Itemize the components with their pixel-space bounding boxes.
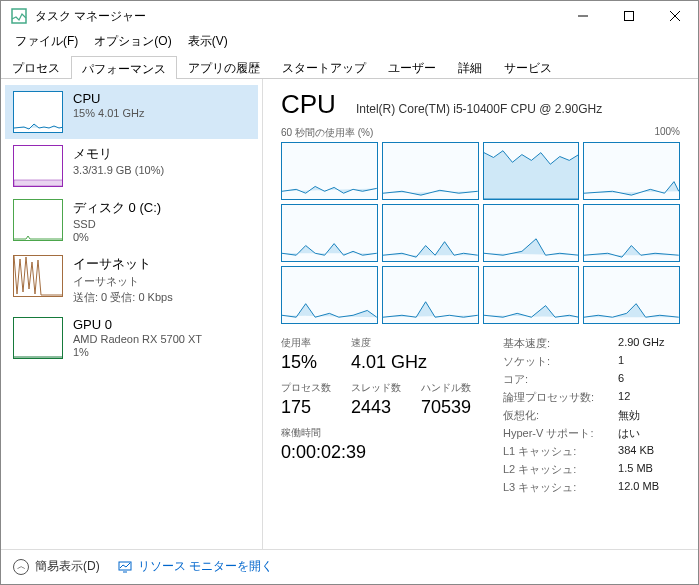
disk-minigraph (13, 199, 63, 241)
l2-label: L2 キャッシュ: (503, 462, 594, 477)
hnd-label: ハンドル数 (421, 381, 473, 395)
tab-performance[interactable]: パフォーマンス (71, 56, 177, 79)
core-graph (583, 142, 680, 200)
hnd-value: 70539 (421, 397, 473, 418)
base-speed-value: 2.90 GHz (618, 336, 664, 351)
titlebar: タスク マネージャー (1, 1, 698, 31)
speed-value: 4.01 GHz (351, 352, 427, 373)
gpu-sub2: 1% (73, 346, 202, 358)
util-value: 15% (281, 352, 333, 373)
resource-monitor-link[interactable]: リソース モニターを開く (118, 558, 273, 575)
disk-title: ディスク 0 (C:) (73, 199, 161, 217)
menu-options[interactable]: オプション(O) (86, 31, 179, 53)
base-speed-label: 基本速度: (503, 336, 594, 351)
close-button[interactable] (652, 1, 698, 31)
cpu-minigraph (13, 91, 63, 133)
fewer-details-button[interactable]: ︿ 簡易表示(D) (13, 558, 100, 575)
hyperv-label: Hyper-V サポート: (503, 426, 594, 441)
l2-value: 1.5 MB (618, 462, 664, 477)
net-sub1: イーサネット (73, 274, 173, 289)
gpu-minigraph (13, 317, 63, 359)
monitor-icon (118, 560, 132, 574)
core-graph (483, 142, 580, 200)
menu-view[interactable]: 表示(V) (180, 31, 236, 53)
sidebar-item-memory[interactable]: メモリ3.3/31.9 GB (10%) (5, 139, 258, 193)
cpu-model: Intel(R) Core(TM) i5-10400F CPU @ 2.90GH… (356, 102, 602, 116)
footer: ︿ 簡易表示(D) リソース モニターを開く (1, 549, 698, 583)
tab-details[interactable]: 詳細 (447, 55, 493, 78)
disk-sub2: 0% (73, 231, 161, 243)
chevron-up-icon: ︿ (13, 559, 29, 575)
sidebar-item-disk[interactable]: ディスク 0 (C:)SSD0% (5, 193, 258, 249)
sidebar-item-cpu[interactable]: CPU15% 4.01 GHz (5, 85, 258, 139)
cores-label: コア: (503, 372, 594, 387)
logical-label: 論理プロセッサ数: (503, 390, 594, 405)
thr-value: 2443 (351, 397, 403, 418)
speed-label: 速度 (351, 336, 427, 350)
svg-rect-5 (14, 180, 63, 186)
tab-processes[interactable]: プロセス (1, 55, 71, 78)
sockets-label: ソケット: (503, 354, 594, 369)
core-graph (382, 142, 479, 200)
tab-services[interactable]: サービス (493, 55, 563, 78)
fewer-details-label: 簡易表示(D) (35, 558, 100, 575)
memory-sub: 3.3/31.9 GB (10%) (73, 164, 164, 176)
uptime-value: 0:00:02:39 (281, 442, 366, 463)
disk-sub1: SSD (73, 218, 161, 230)
gpu-title: GPU 0 (73, 317, 202, 332)
svg-rect-2 (625, 12, 634, 21)
l3-value: 12.0 MB (618, 480, 664, 495)
page-title: CPU (281, 89, 336, 120)
sidebar-item-gpu[interactable]: GPU 0AMD Radeon RX 5700 XT1% (5, 311, 258, 365)
core-graph (382, 266, 479, 324)
content: CPU15% 4.01 GHz メモリ3.3/31.9 GB (10%) ディス… (1, 79, 698, 549)
memory-title: メモリ (73, 145, 164, 163)
cpu-right-stats: 基本速度:2.90 GHz ソケット:1 コア:6 論理プロセッサ数:12 仮想… (503, 336, 665, 495)
hyperv-value: はい (618, 426, 664, 441)
window-title: タスク マネージャー (35, 8, 560, 25)
sockets-value: 1 (618, 354, 664, 369)
thr-label: スレッド数 (351, 381, 403, 395)
logical-value: 12 (618, 390, 664, 405)
virt-value: 無効 (618, 408, 664, 423)
core-graph (483, 204, 580, 262)
uptime-label: 稼働時間 (281, 426, 366, 440)
cpu-graph-grid[interactable] (281, 142, 680, 324)
memory-minigraph (13, 145, 63, 187)
graph-left-label: 60 秒間の使用率 (%) (281, 126, 373, 140)
net-minigraph (13, 255, 63, 297)
resource-monitor-label: リソース モニターを開く (138, 558, 273, 575)
l1-value: 384 KB (618, 444, 664, 459)
gpu-sub1: AMD Radeon RX 5700 XT (73, 333, 202, 345)
virt-label: 仮想化: (503, 408, 594, 423)
core-graph (382, 204, 479, 262)
core-graph (281, 204, 378, 262)
tabbar: プロセス パフォーマンス アプリの履歴 スタートアップ ユーザー 詳細 サービス (1, 53, 698, 79)
net-title: イーサネット (73, 255, 173, 273)
core-graph (281, 142, 378, 200)
menu-file[interactable]: ファイル(F) (7, 31, 86, 53)
cores-value: 6 (618, 372, 664, 387)
maximize-button[interactable] (606, 1, 652, 31)
proc-label: プロセス数 (281, 381, 333, 395)
l3-label: L3 キャッシュ: (503, 480, 594, 495)
cpu-title: CPU (73, 91, 145, 106)
stats: 使用率15% 速度4.01 GHz プロセス数175 スレッド数2443 ハンド… (281, 336, 680, 495)
sidebar-item-ethernet[interactable]: イーサネットイーサネット送信: 0 受信: 0 Kbps (5, 249, 258, 311)
cpu-sub: 15% 4.01 GHz (73, 107, 145, 119)
tab-apphistory[interactable]: アプリの履歴 (177, 55, 271, 78)
util-label: 使用率 (281, 336, 333, 350)
l1-label: L1 キャッシュ: (503, 444, 594, 459)
tab-startup[interactable]: スタートアップ (271, 55, 377, 78)
minimize-button[interactable] (560, 1, 606, 31)
core-graph (483, 266, 580, 324)
net-sub2: 送信: 0 受信: 0 Kbps (73, 290, 173, 305)
core-graph (281, 266, 378, 324)
menubar: ファイル(F) オプション(O) 表示(V) (1, 31, 698, 53)
sidebar: CPU15% 4.01 GHz メモリ3.3/31.9 GB (10%) ディス… (1, 79, 263, 549)
core-graph (583, 266, 680, 324)
tab-users[interactable]: ユーザー (377, 55, 447, 78)
main-panel: CPU Intel(R) Core(TM) i5-10400F CPU @ 2.… (263, 79, 698, 549)
proc-value: 175 (281, 397, 333, 418)
app-icon (11, 8, 27, 24)
